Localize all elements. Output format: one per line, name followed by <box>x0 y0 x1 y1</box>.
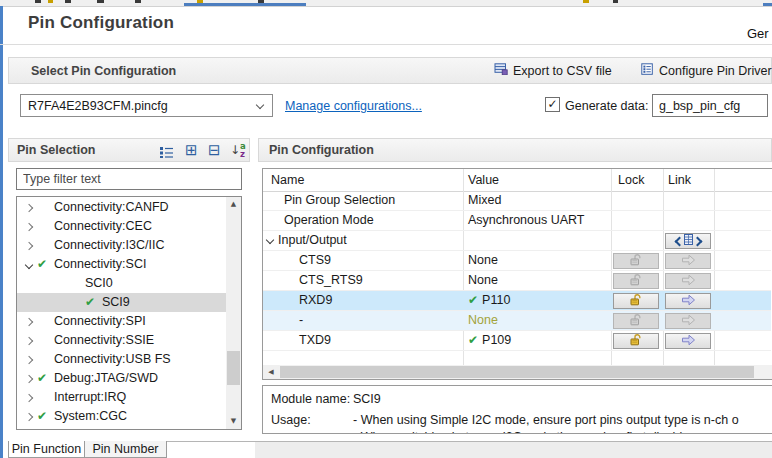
check-icon: ✔ <box>37 255 54 274</box>
tab-fragment <box>583 0 589 3</box>
padlock-icon <box>629 253 643 269</box>
pin-filter-input[interactable] <box>16 168 242 190</box>
chevron-collapsed-icon[interactable] <box>21 319 37 325</box>
expand-all-icon[interactable]: ⊞ <box>185 142 198 159</box>
chevron-collapsed-icon[interactable] <box>21 205 37 211</box>
scroll-up-icon[interactable]: ▲ <box>226 197 241 212</box>
editor-left-border <box>0 6 3 458</box>
page-title: Pin Configuration <box>28 13 174 33</box>
scroll-left-icon[interactable]: ◀ <box>263 365 279 379</box>
table-row-pin-group-selection[interactable]: Pin Group SelectionMixed <box>263 191 771 211</box>
pin-configuration-select[interactable]: R7FA4E2B93CFM.pincfg <box>20 94 273 117</box>
tab-fragment <box>135 0 141 3</box>
arrow-right-icon <box>681 274 696 289</box>
table-row-rxd9[interactable]: RXD9✔P110 <box>263 291 771 311</box>
chevron-collapsed-icon[interactable] <box>21 243 37 249</box>
name-text: TXD9 <box>299 333 331 347</box>
cell-value[interactable]: Asynchronous UART <box>463 211 611 231</box>
table-row-input-output[interactable]: Input/Output <box>263 231 771 251</box>
column-header-name[interactable]: Name <box>271 169 304 191</box>
sort-az-icon[interactable]: ↓az <box>230 143 246 158</box>
scrollbar-thumb[interactable] <box>227 351 240 385</box>
chevron-glyph <box>25 317 33 325</box>
chevron-expanded-icon[interactable] <box>21 262 37 268</box>
tree-item-connectivity-spi[interactable]: Connectivity:SPI <box>17 312 226 331</box>
chevron-collapsed-icon[interactable] <box>21 357 37 363</box>
table-horizontal-scrollbar[interactable]: ◀ <box>263 365 772 379</box>
module-name-value: SCI9 <box>353 392 381 406</box>
chevron-collapsed-icon[interactable] <box>21 414 37 420</box>
unlock-button[interactable] <box>613 293 659 309</box>
tree-item-connectivity-i3c-iic[interactable]: Connectivity:I3C/IIC <box>17 236 226 255</box>
tree-item-system-cgc[interactable]: ✔System:CGC <box>17 407 226 426</box>
table-row-[interactable]: -None <box>263 311 771 331</box>
link-button[interactable] <box>665 333 711 349</box>
tree-item-debug-jtag-swd[interactable]: ✔Debug:JTAG/SWD <box>17 369 226 388</box>
cell-value[interactable]: ✔P109 <box>463 331 611 351</box>
tree-item-label: Interrupt:IRQ <box>54 388 130 407</box>
configure-pin-driver-icon <box>641 63 654 78</box>
pin-selection-section-header: Pin Selection ⊞ ⊟ ↓az <box>8 138 250 162</box>
column-header-lock[interactable]: Lock <box>618 169 644 191</box>
tab-pin-number[interactable]: Pin Number <box>84 441 167 458</box>
cell-value[interactable] <box>463 231 611 251</box>
name-text: Operation Mode <box>284 213 374 227</box>
column-header-link[interactable]: Link <box>668 169 691 191</box>
list-view-icon[interactable] <box>159 145 174 162</box>
pin-navigation-button[interactable] <box>665 233 711 249</box>
cell-value[interactable]: None <box>463 251 611 271</box>
tree-item-sci9[interactable]: ✔SCI9 <box>17 293 226 312</box>
cell-value[interactable]: None <box>463 271 611 291</box>
tree-item-label: Connectivity:CANFD <box>54 198 173 217</box>
tree-item-connectivity-cec[interactable]: Connectivity:CEC <box>17 217 226 236</box>
padlock-icon <box>629 273 643 289</box>
tree-vertical-scrollbar[interactable]: ▲ ▼ <box>226 197 241 429</box>
tree-item-connectivity-usb-fs[interactable]: Connectivity:USB FS <box>17 350 226 369</box>
tree-item-label: Connectivity:SPI <box>54 312 150 331</box>
top-tab-strip[interactable] <box>0 0 772 7</box>
nav-right-icon <box>692 236 702 246</box>
collapse-all-icon[interactable]: ⊟ <box>208 142 221 159</box>
column-header-value[interactable]: Value <box>468 169 499 191</box>
tree-item-sci0[interactable]: SCI0 <box>17 274 226 293</box>
configure-pin-driver-button[interactable]: Configure Pin Driver W <box>641 63 772 78</box>
chevron-glyph <box>25 222 33 230</box>
cell-value[interactable]: None <box>463 311 611 331</box>
table-row-cts-rts9[interactable]: CTS_RTS9None <box>263 271 771 291</box>
chevron-collapsed-icon[interactable] <box>21 395 37 401</box>
generate-data-checkbox[interactable]: ✓ <box>545 97 560 112</box>
chevron-collapsed-icon[interactable] <box>21 224 37 230</box>
chevron-glyph <box>25 393 33 401</box>
scroll-down-icon[interactable]: ▼ <box>226 414 241 429</box>
name-text: RXD9 <box>299 293 332 307</box>
tree-item-connectivity-sci[interactable]: ✔Connectivity:SCI <box>17 255 226 274</box>
scrollbar-thumb[interactable] <box>280 366 754 378</box>
value-text: None <box>468 253 498 267</box>
tree-item-connectivity-ssie[interactable]: Connectivity:SSIE <box>17 331 226 350</box>
tree-item-interrupt-irq[interactable]: Interrupt:IRQ <box>17 388 226 407</box>
table-row-operation-mode[interactable]: Operation ModeAsynchronous UART <box>263 211 771 231</box>
arrow-right-icon <box>681 254 696 269</box>
generate-data-label: Generate data: <box>565 99 648 113</box>
chevron-glyph <box>25 203 33 211</box>
chevron-collapsed-icon[interactable] <box>21 338 37 344</box>
lock-button-disabled <box>613 313 659 329</box>
generate-project-content-button[interactable]: Ger <box>747 26 769 41</box>
tab-fragment <box>35 0 41 3</box>
table-row-cts9[interactable]: CTS9None <box>263 251 771 271</box>
link-button[interactable] <box>665 293 711 309</box>
value-text: Asynchronous UART <box>468 213 585 227</box>
tab-pin-function[interactable]: Pin Function <box>8 441 85 458</box>
cell-value[interactable]: ✔P110 <box>463 291 611 311</box>
table-row-txd9[interactable]: TXD9✔P109 <box>263 331 771 351</box>
tree-item-connectivity-canfd[interactable]: Connectivity:CANFD <box>17 198 226 217</box>
chevron-collapsed-icon[interactable] <box>21 376 37 382</box>
export-to-csv-button[interactable]: Export to CSV file <box>494 63 612 78</box>
generate-data-input[interactable] <box>652 94 768 117</box>
unlock-button[interactable] <box>613 333 659 349</box>
manage-configurations-link[interactable]: Manage configurations... <box>285 99 422 113</box>
cell-name: Operation Mode <box>263 211 484 231</box>
cell-value[interactable]: Mixed <box>463 191 611 211</box>
pin-selection-tree: Connectivity:CANFDConnectivity:CECConnec… <box>16 196 242 430</box>
chevron-expanded-icon[interactable] <box>266 236 274 244</box>
